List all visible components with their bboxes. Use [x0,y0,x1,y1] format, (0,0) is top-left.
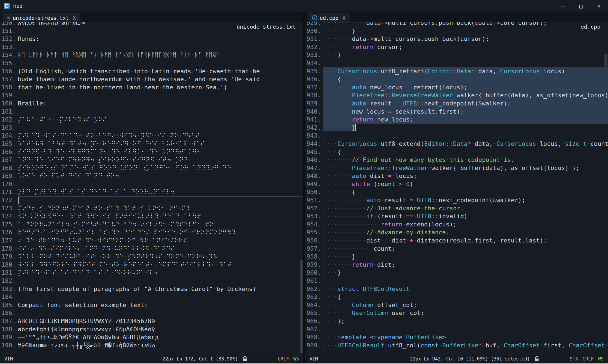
code-line[interactable]: 170. [0,180,303,188]
code-line[interactable]: 944.····CursorLocus·utf8_extend(Editor::… [305,140,608,148]
lock-icon[interactable] [534,356,539,362]
line-number: 164. [0,132,16,140]
code-line[interactable]: 931.········data->multi_cursors.push_bac… [305,35,608,43]
code-line[interactable]: 155. [0,59,303,67]
code-line[interactable]: 167.⠁⠝⠙·⠹⠑·⠡⠊⠑⠋·⠍⠳⠗⠝⠻⠲·⡎⠊⠗⠕⠕⠛⠑·⠎⠊⠛⠝⠫·⠊⠞⠲… [0,156,303,164]
code-line[interactable]: 180.⠺⠊⠇⠇·⠹⠻⠑⠋⠕⠗⠑·⠏⠻⠍⠊⠞·⠍⠑·⠞⠕·⠗⠑⠏⠑⠁⠞⠂·⠑⠍⠏… [0,261,303,269]
code-line[interactable]: 964.········Column·offset_col; [305,301,608,309]
code-line[interactable]: 929.············data->multi_cursors.push… [305,22,608,27]
code-line[interactable]: 934. [305,59,608,67]
code-line[interactable]: 159. [0,91,303,99]
code-line[interactable]: 960.····} [305,269,608,277]
code-line[interactable]: 953.············if·(result·==·UTF8::inva… [305,212,608,220]
code-line[interactable]: 152.Runes: [0,35,303,43]
code-line[interactable]: 186. [0,309,303,317]
code-line[interactable]: 937.········auto·new_locus·=·retract(loc… [305,83,608,92]
code-line[interactable]: 184. [0,293,303,301]
code-line[interactable]: 959.········return·dist; [305,261,608,269]
code-line[interactable]: 178.⠊⠎·⠔·⠹⠑·⠎⠊⠍⠊⠇⠑⠆·⠁⠝⠙·⠍⠹·⠥⠝⠙⠁⠇⠇⠪⠫·⠙⠁⠝⠙… [0,245,303,253]
code-line[interactable]: 949.········while·(count·>·0) [305,180,608,188]
code-line[interactable]: 154.ᚻᛖ·ᚳᚹᚫᚦ·ᚦᚫᛏ·ᚻᛖ·ᛒᚢᛞᛖ·ᚩᚾ·ᚦᚫᛗ·ᛚᚪᚾᛞᛖ·ᚾᚩᚱ… [0,51,303,59]
code-line[interactable]: 941.········return·new_locus; [305,116,608,124]
code-line[interactable]: 948.········auto·dist·=·locus; [305,172,608,180]
code-line[interactable]: 950.········{ [305,188,608,196]
code-line[interactable]: 961. [305,277,608,285]
lock-icon[interactable] [242,356,247,362]
code-line[interactable]: 188.abcdefghijklmnopqrstuvwxyz·£©µÀÆÖÞßé… [0,325,303,333]
code-line[interactable]: 157.bude·thaem·lande·northweardum·with·t… [0,75,303,83]
right-scrollbar-thumb[interactable] [604,54,607,79]
close-button[interactable]: × [590,0,608,12]
code-line[interactable]: 968.····template·<typename·BufferLike> [305,333,608,341]
code-line[interactable]: 183.(The·first·couple·of·paragraphs·of·"… [0,285,303,293]
code-line[interactable]: 172. [0,196,303,204]
code-line[interactable]: 945.····{ [305,148,608,156]
line-number: 180. [0,261,16,269]
code-line[interactable]: 955.············//·Advance·by·distance. [305,228,608,236]
left-scrollbar-thumb[interactable] [300,260,303,353]
code-line[interactable]: 158.that·he·lived·in·the·northern·land·n… [0,83,303,92]
maximize-button[interactable]: □ [572,0,590,12]
titlebar[interactable]: fred ─ □ × [0,0,608,12]
tab-ed-cpp[interactable]: + ed.cpp X [308,13,349,22]
code-line[interactable]: 935.····CursorLocus·utf8_retract(Editor:… [305,67,608,75]
code-line[interactable]: 175.⠁·⠙⠕⠕⠗⠤⠝⠁⠊⠇⠲·⡊·⠍⠊⠣⠞·⠙⠁⠧⠑·⠃⠑⠲·⠔⠊⠇⠔⠫⠂·… [0,220,303,229]
code-line[interactable]: 958.········} [305,253,608,261]
code-line[interactable]: 938.········PieceTree::ReverseTreeWalker… [305,91,608,99]
code-line[interactable]: 942.········} [305,124,608,132]
code-line[interactable]: 956.············dist·=·dist·+·distance(r… [305,236,608,245]
left-editor[interactable]: 150.እግርህን·በፍራሽህ·ልክ·ዘርጋ።151.152.Runes:153… [0,22,303,355]
code-line[interactable]: 957.············--count; [305,245,608,253]
code-line[interactable]: 166.⠎⠊⠛⠝⠫·⠃⠹·⠹⠑·⠊⠇⠻⠛⠹⠍⠁⠝⠂·⠹⠑·⠊⠇⠻⠅⠂·⠹⠑·⠥⠝… [0,148,303,156]
code-line[interactable]: 182. [0,277,303,285]
code-line[interactable]: 176.⠗⠑⠛⠜⠙·⠁·⠊⠕⠋⠋⠔⠤⠝⠁⠊⠇·⠁⠎·⠹⠑·⠙⠑⠁⠙⠑⠌·⠏⠊⠑⠊… [0,228,303,236]
code-line[interactable]: 963.····{ [305,293,608,301]
code-line[interactable]: 179.⠩⠁⠇⠇·⠝⠕⠞·⠙⠊⠌⠥⠗⠃·⠊⠞⠂·⠕⠗·⠹⠑·⡊⠳⠝⠞⠗⠹⠰⠎·⠙… [0,253,303,261]
code-line[interactable]: 190.∀∂∈ℝ∧∪≡∞·↑↗↨↻⇣·┐┼╔╘░►☺♀·ﬁ�⑀₂ἠḂӥẄɐː⍎א… [0,341,303,350]
tab-unicode-stress-txt[interactable]: ≡ unicode-stress.txt X [3,13,80,22]
code-line[interactable]: 185.Compact·font·selection·example·text: [0,301,303,309]
code-line[interactable]: 173.⡍⠔⠙⠖·⡊·⠙⠕⠝⠰⠞·⠍⠑⠁⠝·⠞⠕·⠎⠁⠹·⠹⠁⠞·⡊·⠅⠝⠪⠂·… [0,204,303,213]
code-line[interactable]: 940.········new_locus·=·seek(result.firs… [305,108,608,116]
code-line[interactable]: 168.⡎⠊⠗⠕⠕⠛⠑⠰⠎·⠝⠁⠍⠑·⠺⠁⠎·⠛⠕⠕⠙·⠥⠏⠕⠝·⠰⡡⠁⠝⠛⠑⠂… [0,164,303,172]
code-line[interactable]: 171.⡕⠇⠙·⡍⠜⠇⠑⠹·⠺⠁⠎·⠁⠎·⠙⠑⠁⠙·⠁⠎·⠁·⠙⠕⠕⠗⠤⠝⠁⠊⠇… [0,188,303,196]
code-line[interactable]: 967. [305,325,608,333]
code-line[interactable]: 930.········} [305,27,608,35]
code-line[interactable]: 933.····} [305,51,608,59]
code-line[interactable]: 187.ABCDEFGHIJKLMNOPQRSTUVWXYZ·/01234567… [0,317,303,325]
code-line[interactable]: 939.········auto·result·=·UTF8::next_cod… [305,99,608,108]
code-line[interactable]: 969.····UTF8ColResult·utf8_col(const·Buf… [305,341,608,350]
code-line[interactable]: 189.–—‘“”„†‡•…‰™œŠŸž€·ΑΒΓΔΩαβγδω·АБВГДаб… [0,333,303,341]
minimize-button[interactable]: ─ [554,0,572,12]
code-line[interactable]: 947.········PieceTree::TreeWalker·walker… [305,164,608,172]
code-line[interactable]: 162.⡌⠁⠧⠑·⠼⠁⠒··⡍⠜⠇⠑⠹⠰⠎·⡣⠕⠌ [0,116,303,124]
code-line[interactable]: 163. [0,124,303,132]
tab-close-icon[interactable]: X [343,15,345,21]
line-number: 932. [305,43,321,51]
code-line[interactable]: 952.············//·Just·advance·the·curs… [305,204,608,213]
code-line[interactable]: 954.················return·extend(locus)… [305,220,608,229]
code-line[interactable]: 966.····}; [305,317,608,325]
code-line[interactable]: 164.⡍⠜⠇⠑⠹·⠺⠁⠎·⠙⠑⠁⠙⠒·⠞⠕·⠃⠑⠛⠔·⠺⠊⠹⠲·⡹⠻⠑·⠊⠎·… [0,132,303,140]
code-line[interactable]: 181.⡍⠜⠇⠑⠹·⠺⠁⠎·⠁⠎·⠙⠑⠁⠙·⠁⠎·⠁·⠙⠕⠕⠗⠤⠝⠁⠊⠇⠲ [0,269,303,277]
code-line[interactable]: 160.Braille: [0,99,303,108]
pane-divider[interactable] [303,12,305,363]
code-line[interactable]: 965.········UserColumn·user_col; [305,309,608,317]
code-line[interactable]: 169.⠡⠕⠎⠑·⠞⠕·⠏⠥⠞·⠙⠊⠎·⠙⠁⠝⠙·⠞⠕⠲ [0,172,303,180]
code-line[interactable]: 943. [305,132,608,140]
tab-close-icon[interactable]: X [73,15,76,21]
code-line[interactable]: 946.········//·Find·out·how·many·bytes·t… [305,156,608,164]
code-line[interactable]: 932.········return·cursor; [305,43,608,51]
left-scrollbar[interactable] [300,22,303,355]
code-line[interactable]: 177.⠔·⠹⠑·⠞⠗⠁⠙⠑⠲·⡃⠥⠞·⠹⠑·⠺⠊⠎⠙⠕⠍·⠕⠋·⠳⠗·⠁⠝⠊⠑… [0,236,303,245]
code-line[interactable]: 161. [0,108,303,116]
code-line[interactable]: 962.····struct·UTF8ColResult [305,285,608,293]
code-line[interactable]: 153. [0,43,303,51]
code-line[interactable]: 936.····{ [305,75,608,83]
code-line[interactable]: 174.⠪⠝·⠅⠝⠪⠇⠫⠛⠑⠂·⠱⠁⠞·⠹⠻⠑·⠊⠎·⠏⠜⠞⠊⠊⠥⠇⠜⠇⠹·⠙⠑… [0,212,303,220]
right-editor[interactable]: 929.············data->multi_cursors.push… [305,22,608,355]
code-line[interactable]: 165.⠱⠁⠞⠑⠧⠻·⠁⠃⠳⠞·⠹⠁⠞⠲·⡹⠑·⠗⠑⠛⠊⠌⠻·⠕⠋·⠙⠊⠎·⠃⠥… [0,140,303,148]
code-line[interactable]: 156.(Old·English,·which·transcribed·into… [0,67,303,75]
right-scrollbar[interactable] [604,22,607,355]
code-line[interactable]: 951.············auto·result·=·UTF8::next… [305,196,608,204]
